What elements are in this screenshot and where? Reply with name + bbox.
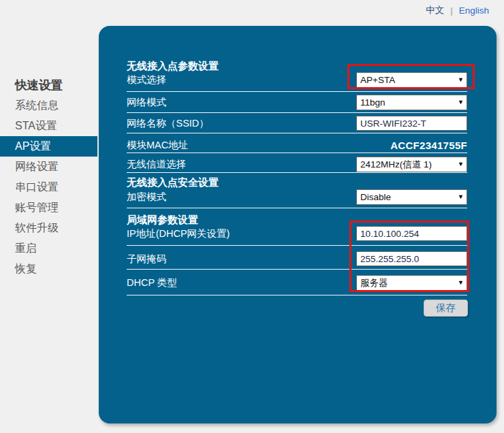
form-row-mac: 模块MAC地址 ACCF2341755F (127, 137, 467, 153)
form-row-ssid: 网络名称（SSID） (127, 115, 467, 131)
row-divider (127, 91, 467, 92)
form-row-channel: 无线信道选择 2412MHz(信道 1) ▼ (127, 156, 467, 172)
row-divider (127, 208, 467, 208)
row-divider (127, 269, 467, 270)
subnet-mask-input[interactable] (356, 251, 467, 266)
form-row-network-mode: 网络模式 11bgn ▼ (127, 94, 467, 110)
sidebar-item-quick-setup[interactable]: 快速设置 (0, 75, 97, 95)
subnet-mask-label: 子网掩码 (127, 253, 166, 266)
language-link-chinese[interactable]: 中文 (426, 4, 444, 16)
dhcp-type-select[interactable]: 服务器 (356, 275, 467, 291)
row-divider (127, 153, 467, 153)
row-divider (127, 133, 467, 133)
ssid-label: 网络名称（SSID） (127, 117, 209, 130)
ssid-input[interactable] (356, 116, 467, 131)
row-divider (127, 295, 467, 295)
sidebar-item-firmware-upgrade[interactable]: 软件升级 (0, 218, 97, 238)
network-mode-label: 网络模式 (127, 96, 166, 109)
save-button[interactable]: 保存 (424, 300, 468, 317)
dhcp-type-label: DHCP 类型 (127, 276, 177, 289)
encryption-label: 加密模式 (127, 191, 166, 204)
sidebar-item-restart[interactable]: 重启 (0, 238, 97, 259)
network-mode-select[interactable]: 11bgn (356, 95, 467, 110)
form-row-dhcp-type: DHCP 类型 服务器 ▼ (127, 274, 467, 291)
sidebar-item-restore[interactable]: 恢复 (0, 259, 97, 279)
channel-select[interactable]: 2412MHz(信道 1) (356, 157, 467, 172)
mac-value: ACCF2341755F (390, 140, 467, 151)
ip-label: IP地址(DHCP网关设置) (127, 227, 230, 240)
encryption-select[interactable]: Disable (356, 189, 467, 205)
ip-input[interactable] (356, 226, 467, 241)
sidebar-item-ap-settings[interactable]: AP设置 (0, 136, 97, 157)
channel-label: 无线信道选择 (127, 158, 186, 171)
section-title-ap-security: 无线接入点安全设置 (127, 176, 219, 189)
sidebar-item-system-info[interactable]: 系统信息 (0, 95, 97, 116)
mode-select[interactable]: AP+STA (356, 72, 467, 88)
sidebar-item-account-management[interactable]: 账号管理 (0, 197, 97, 218)
language-separator: | (450, 5, 453, 16)
form-row-subnet-mask: 子网掩码 (127, 251, 467, 267)
row-divider (127, 172, 467, 173)
row-divider (127, 112, 467, 113)
row-divider (127, 245, 467, 246)
form-row-mode: 模式选择 AP+STA ▼ (127, 71, 467, 88)
ap-settings-panel: 无线接入点参数设置 模式选择 AP+STA ▼ 网络模式 11bgn ▼ 网络名… (99, 26, 497, 423)
mac-label: 模块MAC地址 (127, 139, 188, 152)
sidebar-nav: 快速设置 系统信息 STA设置 AP设置 网络设置 串口设置 账号管理 软件升级… (0, 75, 97, 279)
sidebar-item-sta-settings[interactable]: STA设置 (0, 116, 97, 136)
language-bar: 中文 | English (426, 4, 489, 16)
mode-label: 模式选择 (127, 74, 166, 86)
sidebar-item-network-settings[interactable]: 网络设置 (0, 157, 97, 177)
sidebar-item-serial-settings[interactable]: 串口设置 (0, 177, 97, 197)
form-row-encryption: 加密模式 Disable ▼ (127, 189, 467, 205)
language-link-english[interactable]: English (459, 5, 489, 16)
form-row-ip: IP地址(DHCP网关设置) (127, 225, 467, 242)
